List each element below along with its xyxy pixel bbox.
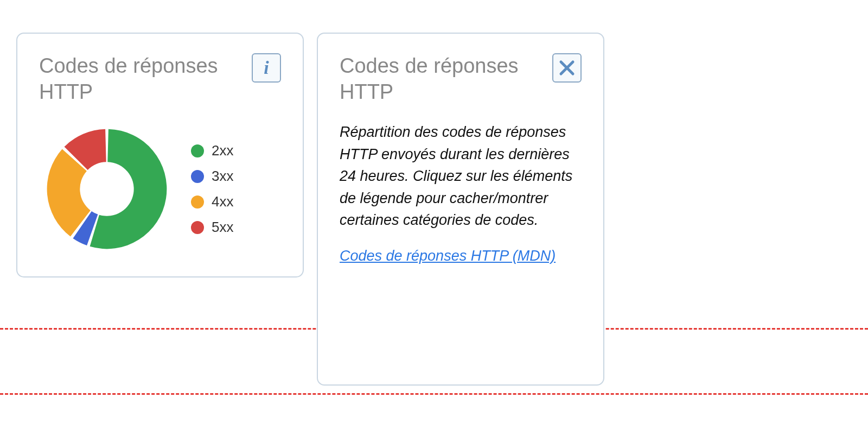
legend-item-5xx[interactable]: 5xx — [191, 219, 233, 236]
chart-body: 2xx 3xx 4xx 5xx — [39, 121, 281, 257]
legend-label-2xx: 2xx — [212, 142, 233, 159]
card-header: Codes de réponses HTTP — [340, 53, 582, 105]
legend-label-4xx: 4xx — [212, 193, 233, 210]
card-header: Codes de réponses HTTP i — [39, 53, 281, 105]
swatch-5xx — [191, 221, 204, 234]
legend-label-3xx: 3xx — [212, 168, 233, 185]
legend-label-5xx: 5xx — [212, 219, 233, 236]
swatch-2xx — [191, 144, 204, 157]
mdn-link[interactable]: Codes de réponses HTTP (MDN) — [340, 248, 556, 264]
swatch-3xx — [191, 170, 204, 183]
cards-row: Codes de réponses HTTP i 2xx 3xx — [0, 0, 868, 418]
info-icon: i — [264, 58, 269, 78]
donut-chart — [44, 127, 169, 251]
swatch-4xx — [191, 195, 204, 209]
card-title: Codes de réponses HTTP — [340, 53, 535, 105]
legend-item-3xx[interactable]: 3xx — [191, 168, 233, 185]
close-button[interactable] — [552, 53, 582, 83]
chart-legend: 2xx 3xx 4xx 5xx — [191, 142, 233, 236]
http-codes-info-card: Codes de réponses HTTP Répartition des c… — [317, 33, 604, 386]
legend-item-2xx[interactable]: 2xx — [191, 142, 233, 159]
legend-item-4xx[interactable]: 4xx — [191, 193, 233, 210]
info-button[interactable]: i — [252, 53, 281, 83]
card-title: Codes de réponses HTTP — [39, 53, 234, 105]
info-description: Répartition des codes de réponses HTTP e… — [340, 121, 582, 231]
http-codes-chart-card: Codes de réponses HTTP i 2xx 3xx — [16, 33, 304, 277]
close-icon — [558, 59, 576, 77]
